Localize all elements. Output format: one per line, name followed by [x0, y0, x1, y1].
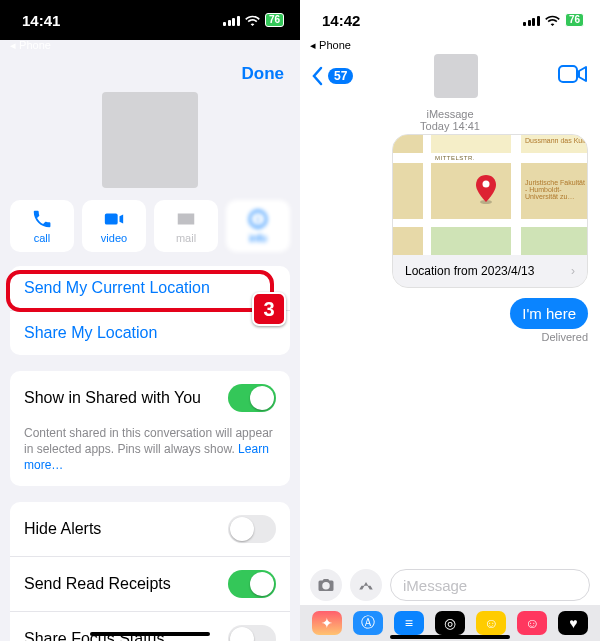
app-memoji-1[interactable]: ☺: [476, 611, 506, 635]
focus-status-row[interactable]: Share Focus Status: [10, 611, 290, 641]
mail-icon: [175, 208, 197, 230]
shared-with-you-row[interactable]: Show in Shared with You: [10, 371, 290, 425]
placeholder: iMessage: [403, 577, 467, 594]
hide-alerts-label: Hide Alerts: [24, 520, 101, 538]
avatar[interactable]: [102, 92, 198, 188]
status-time: 14:41: [22, 12, 60, 29]
delivered-label: Delivered: [312, 331, 588, 343]
hide-alerts-switch[interactable]: [228, 515, 276, 543]
home-indicator[interactable]: [90, 632, 210, 636]
battery-icon: 76: [565, 13, 584, 27]
avatar[interactable]: [434, 54, 478, 98]
alerts-group: Hide Alerts Send Read Receipts Share Foc…: [10, 502, 290, 641]
facetime-button[interactable]: [558, 63, 588, 89]
read-receipts-label: Send Read Receipts: [24, 575, 171, 593]
chevron-right-icon: ›: [571, 264, 575, 278]
sent-message[interactable]: I'm here: [510, 298, 588, 329]
info-button[interactable]: i info: [226, 200, 290, 252]
done-button[interactable]: Done: [242, 64, 285, 84]
video-icon: [103, 208, 125, 230]
home-indicator[interactable]: [390, 635, 510, 639]
signal-icon: [523, 15, 540, 26]
app-photos[interactable]: ✦: [312, 611, 342, 635]
app-appstore[interactable]: Ⓐ: [353, 611, 383, 635]
contact-actions: call video mail i info: [0, 200, 300, 266]
status-bar: 14:41 76: [0, 0, 300, 40]
phone-icon: [31, 208, 53, 230]
svg-text:i: i: [257, 213, 259, 225]
map-preview: MITTELSTR. Dussmann das KulturKaufhaus J…: [393, 135, 587, 255]
camera-icon: [317, 576, 335, 594]
app-audio[interactable]: ≡: [394, 611, 424, 635]
call-label: call: [34, 233, 51, 244]
send-location-row[interactable]: Send My Current Location: [10, 266, 290, 310]
read-receipts-switch[interactable]: [228, 570, 276, 598]
unread-count: 57: [328, 68, 353, 84]
info-label: info: [249, 233, 267, 244]
focus-status-switch[interactable]: [228, 625, 276, 641]
thread-label: iMessage Today 14:41: [312, 108, 588, 132]
appstore-icon: [357, 576, 375, 594]
annotation-badge: 3: [252, 292, 286, 326]
info-icon: i: [247, 208, 269, 230]
shared-switch[interactable]: [228, 384, 276, 412]
battery-icon: 76: [265, 13, 284, 27]
app-memoji-2[interactable]: ☺: [517, 611, 547, 635]
shared-label: Show in Shared with You: [24, 389, 201, 407]
app-digitaltouch[interactable]: ♥: [558, 611, 588, 635]
breadcrumb[interactable]: ◂ Phone: [310, 40, 351, 51]
nav-bar: 57: [300, 54, 600, 98]
message-input[interactable]: iMessage: [390, 569, 590, 601]
location-bubble[interactable]: MITTELSTR. Dussmann das KulturKaufhaus J…: [392, 134, 588, 288]
mail-button: mail: [154, 200, 218, 252]
read-receipts-row[interactable]: Send Read Receipts: [10, 556, 290, 611]
shared-with-you-group: Show in Shared with You Content shared i…: [10, 371, 290, 486]
back-button[interactable]: 57: [312, 66, 353, 86]
map-pin-icon: [475, 175, 497, 205]
camera-button[interactable]: [310, 569, 342, 601]
status-bar: 14:42 76: [300, 0, 600, 40]
breadcrumb[interactable]: ◂ Phone: [10, 40, 51, 51]
appstore-button[interactable]: [350, 569, 382, 601]
signal-icon: [223, 15, 240, 26]
app-activity[interactable]: ◎: [435, 611, 465, 635]
shared-hint: Content shared in this conversation will…: [10, 425, 290, 486]
mail-label: mail: [176, 233, 196, 244]
status-time: 14:42: [322, 12, 360, 29]
wifi-icon: [545, 15, 560, 26]
hide-alerts-row[interactable]: Hide Alerts: [10, 502, 290, 556]
svg-point-4: [483, 181, 490, 188]
share-location-row[interactable]: Share My Location: [10, 310, 290, 355]
map-caption: Location from 2023/4/13: [405, 264, 534, 278]
wifi-icon: [245, 15, 260, 26]
call-button[interactable]: call: [10, 200, 74, 252]
svg-rect-2: [559, 66, 577, 82]
chevron-left-icon: [312, 66, 324, 86]
video-label: video: [101, 233, 127, 244]
location-group: Send My Current Location Share My Locati…: [10, 266, 290, 355]
compose-bar: iMessage: [300, 565, 600, 605]
video-icon: [558, 63, 588, 85]
video-button[interactable]: video: [82, 200, 146, 252]
